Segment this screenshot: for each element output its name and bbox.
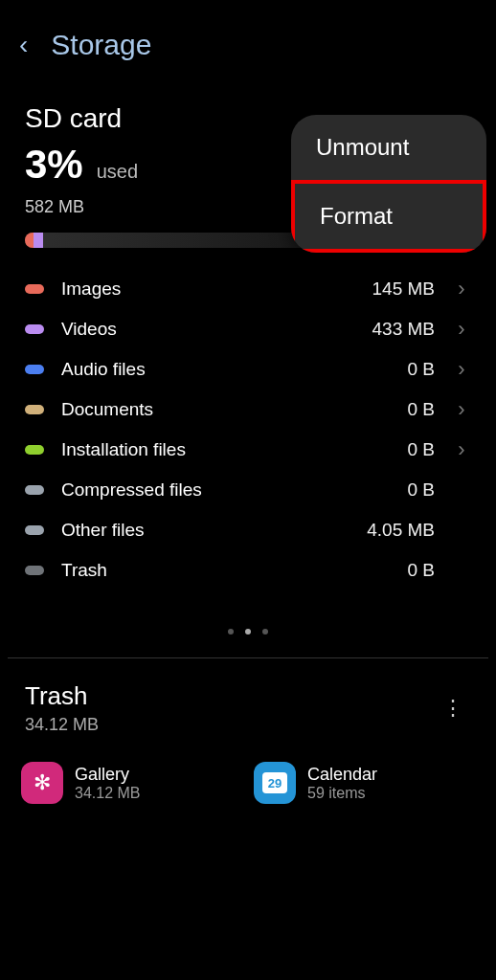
category-size: 0 B [407,560,435,581]
category-size: 433 MB [372,319,435,340]
pager-dot [228,629,234,635]
pager-dot-active [245,629,251,635]
category-name: Videos [61,319,355,340]
header: ‹ Storage [0,0,496,90]
category-color-icon [25,485,44,495]
trash-app-item[interactable]: 29Calendar59 items [254,762,475,804]
menu-unmount[interactable]: Unmount [291,115,486,180]
category-name: Compressed files [61,479,390,501]
calendar-icon: 29 [254,762,296,804]
trash-size: 34.12 MB [25,715,435,735]
category-color-icon [25,525,44,535]
category-size: 0 B [407,439,435,460]
chevron-right-icon: › [452,437,471,462]
category-row[interactable]: Documents0 B› [0,390,496,430]
category-name: Audio files [61,359,390,380]
category-color-icon [25,566,44,575]
category-name: Installation files [61,439,390,460]
chevron-right-icon: › [452,357,471,382]
category-size: 0 B [407,359,435,380]
category-row: Other files4.05 MB› [0,510,496,550]
category-row[interactable]: Audio files0 B› [0,349,496,390]
category-row[interactable]: Installation files0 B› [0,430,496,470]
app-sub: 34.12 MB [75,785,140,802]
app-name: Calendar [307,765,377,785]
trash-title: Trash [25,681,435,711]
category-name: Documents [61,399,390,420]
trash-apps-row: ✻Gallery34.12 MB29Calendar59 items [0,748,496,817]
used-label: used [97,161,138,183]
category-row: Trash0 B› [0,550,496,590]
chevron-right-icon: › [452,397,471,422]
menu-format[interactable]: Format [291,180,486,253]
app-name: Gallery [75,765,140,785]
category-name: Trash [61,560,390,581]
category-size: 0 B [407,399,435,420]
category-color-icon [25,324,44,334]
category-row[interactable]: Images145 MB› [0,269,496,309]
pager-dot [262,629,268,635]
chevron-right-icon: › [452,317,471,342]
progress-segment-images [25,233,34,248]
category-row: Compressed files0 B› [0,470,496,510]
progress-segment-videos [34,233,42,248]
trash-section-header: Trash 34.12 MB ⋮ [0,658,496,748]
category-color-icon [25,405,44,414]
trash-app-item[interactable]: ✻Gallery34.12 MB [21,762,242,804]
category-name: Images [61,278,355,300]
category-size: 0 B [407,479,435,501]
page-title: Storage [51,29,151,61]
category-color-icon [25,445,44,455]
context-menu: Unmount Format [291,115,486,253]
back-icon[interactable]: ‹ [19,30,28,60]
category-name: Other files [61,520,349,541]
category-size: 4.05 MB [367,520,435,541]
usage-percent: 3% [25,142,83,188]
gallery-icon: ✻ [21,762,63,804]
category-size: 145 MB [372,278,435,300]
app-sub: 59 items [307,785,377,802]
category-color-icon [25,284,44,294]
calendar-date: 29 [262,772,287,793]
category-color-icon [25,365,44,374]
page-indicator[interactable] [0,590,496,657]
more-icon[interactable]: ⋮ [435,688,471,728]
chevron-right-icon: › [452,277,471,301]
category-row[interactable]: Videos433 MB› [0,309,496,349]
